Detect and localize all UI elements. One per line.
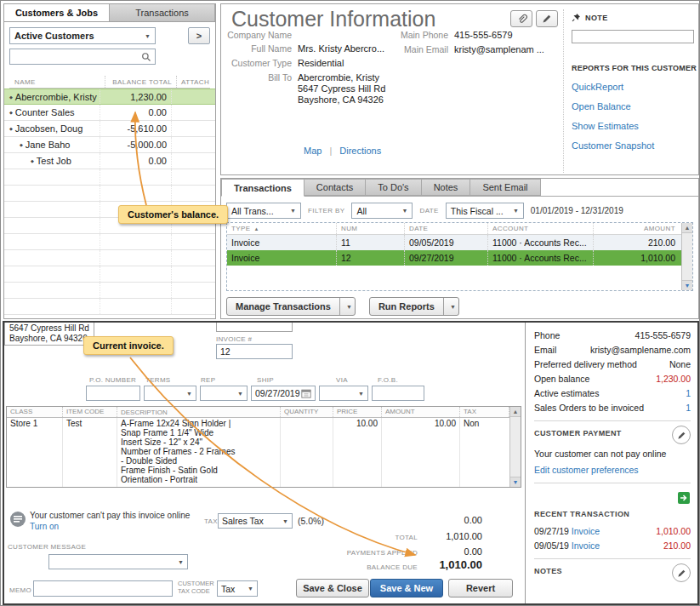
col-account[interactable]: ACCOUNT: [487, 223, 593, 234]
line-item-row[interactable]: Store 1 Test A-Frame 12x24 Sign Holder |…: [7, 418, 509, 487]
note-input[interactable]: [572, 30, 694, 43]
scroll-up-icon[interactable]: ▲: [510, 407, 521, 417]
attach-button[interactable]: [510, 10, 532, 27]
quickreport-link[interactable]: QuickReport: [572, 82, 697, 92]
customer-row-jane-baho[interactable]: ◆Jane Baho -5,000.00: [4, 137, 215, 153]
fob-input[interactable]: [372, 386, 424, 401]
recent-invoice-link[interactable]: Invoice: [572, 526, 600, 536]
description-line: A-Frame 12x24 Sign Holder |: [121, 419, 276, 428]
line-item-tax[interactable]: Non: [460, 418, 509, 487]
col-price-each[interactable]: PRICE EACH: [333, 407, 382, 417]
col-amount[interactable]: AMOUNT: [382, 407, 460, 417]
via-dropdown[interactable]: ▼: [319, 386, 368, 401]
transaction-row-invoice-11[interactable]: Invoice 11 09/05/2019 11000 · Accounts R…: [227, 235, 681, 250]
active-estimates-value[interactable]: 1: [686, 388, 691, 398]
line-items-scrollbar[interactable]: ▲ ▼: [509, 407, 521, 487]
customer-row-counter-sales[interactable]: ◆Counter Sales 0.00: [4, 105, 215, 121]
empty-row: [4, 234, 215, 250]
tab-sent-email[interactable]: Sent Email: [470, 179, 540, 196]
edit-customer-preferences-link[interactable]: Edit customer preferences: [534, 465, 691, 475]
line-item-amount[interactable]: 10.00: [382, 418, 460, 487]
show-filter-dropdown[interactable]: All Trans... ▼: [226, 203, 301, 219]
tab-transactions[interactable]: Transactions: [221, 179, 304, 197]
customer-row-jacobsen[interactable]: ◆Jacobsen, Doug -5,610.00: [4, 121, 215, 137]
col-attach[interactable]: ATTACH: [176, 76, 210, 88]
memo-label: MEMO: [9, 586, 31, 594]
open-balance-link[interactable]: Open Balance: [572, 101, 697, 111]
col-item-code[interactable]: ITEM CODE: [63, 407, 117, 417]
col-date[interactable]: DATE: [404, 223, 487, 234]
manage-transactions-button[interactable]: Manage Transactions ▼: [226, 297, 356, 316]
edit-payment-settings-button[interactable]: [672, 426, 691, 444]
po-number-input[interactable]: [86, 386, 140, 401]
save-close-button[interactable]: Save & Close: [296, 579, 369, 597]
col-class[interactable]: CLASS: [7, 407, 63, 417]
transaction-row-invoice-12[interactable]: Invoice 12 09/27/2019 11000 · Accounts R…: [227, 250, 681, 266]
line-item-quantity[interactable]: [281, 418, 333, 487]
active-customers-dropdown[interactable]: Active Customers ▼: [9, 27, 156, 44]
line-item-description[interactable]: A-Frame 12x24 Sign Holder | Snap Frame 1…: [117, 418, 281, 487]
col-quantity[interactable]: QUANTITY: [281, 407, 333, 417]
filter-by-label: FILTER BY: [308, 207, 344, 214]
tax-dropdown[interactable]: Salres Tax ▼: [218, 513, 293, 529]
col-balance-total[interactable]: BALANCE TOTAL: [105, 76, 176, 88]
invoice-number-input[interactable]: 12: [216, 344, 293, 359]
col-type[interactable]: TYPE ▲: [227, 225, 336, 232]
transactions-scrollbar[interactable]: ▲ ▼: [681, 223, 692, 290]
filter-by-dropdown[interactable]: All ▼: [351, 203, 413, 219]
description-line: Insert Size - 12" x 24": [121, 437, 276, 447]
line-item-code[interactable]: Test: [63, 418, 117, 487]
note-column: NOTE REPORTS FOR THIS CUSTOMER QuickRepo…: [563, 9, 697, 173]
main-email-link[interactable]: kristy@samplenam ...: [454, 44, 544, 55]
save-new-button[interactable]: Save & New: [370, 579, 443, 597]
tab-contacts[interactable]: Contacts: [304, 179, 366, 196]
expand-panel-button[interactable]: >: [188, 27, 210, 44]
scroll-down-icon[interactable]: ▼: [682, 280, 692, 290]
edit-customer-button[interactable]: [536, 10, 558, 27]
sales-orders-value[interactable]: 1: [686, 403, 691, 413]
terms-dropdown[interactable]: ▼: [144, 386, 196, 401]
date-filter-dropdown[interactable]: This Fiscal ... ▼: [446, 203, 524, 219]
ship-date-input[interactable]: 09/27/2019: [251, 386, 316, 401]
tab-todos[interactable]: To Do's: [366, 179, 421, 196]
terms-label: TERMS: [145, 376, 171, 384]
col-name[interactable]: NAME: [9, 78, 105, 86]
customer-row-abercrombie[interactable]: ◆Abercrombie, Kristy 1,230.00: [4, 89, 215, 105]
diamond-icon: ◆: [20, 142, 23, 147]
chevron-down-icon: ▼: [450, 304, 456, 310]
customer-row-test-job[interactable]: ◆Test Job 0.00: [4, 153, 215, 169]
description-line: Frame Finish - Satin Gold: [121, 466, 276, 475]
customer-snapshot-link[interactable]: Customer Snapshot: [572, 140, 697, 151]
directions-link[interactable]: Directions: [339, 146, 381, 156]
recent-date: 09/05/19: [534, 540, 569, 551]
tab-transactions-list[interactable]: Transactions: [110, 4, 215, 21]
rep-dropdown[interactable]: ▼: [200, 386, 248, 401]
col-num[interactable]: NUM: [336, 223, 404, 234]
memo-input[interactable]: [33, 580, 173, 597]
recent-invoice-link[interactable]: Invoice: [572, 540, 600, 551]
line-item-price[interactable]: 10.00: [333, 418, 382, 487]
run-reports-button[interactable]: Run Reports ▼: [369, 297, 459, 316]
map-link[interactable]: Map: [304, 146, 322, 156]
col-tax[interactable]: TAX: [460, 407, 509, 417]
show-estimates-link[interactable]: Show Estimates: [572, 121, 697, 131]
customer-tax-code-dropdown[interactable]: Tax ▼: [217, 580, 258, 597]
col-amount[interactable]: AMOUNT: [593, 223, 681, 234]
turn-on-link[interactable]: Turn on: [30, 522, 59, 531]
scroll-up-icon[interactable]: ▲: [682, 223, 692, 233]
line-item-class[interactable]: Store 1: [7, 418, 63, 487]
receive-payment-icon[interactable]: [677, 491, 691, 505]
revert-button[interactable]: Revert: [448, 579, 513, 597]
col-description[interactable]: DESCRIPTION: [117, 407, 281, 417]
customer-search-input[interactable]: [9, 49, 156, 65]
customer-message-dropdown[interactable]: ▼: [48, 554, 188, 569]
ship-to-box[interactable]: 5647 Cypress Hill Rd Bayshore, CA 94326: [4, 323, 94, 346]
tab-notes[interactable]: Notes: [422, 179, 471, 196]
description-line: Orientation - Portrait: [121, 475, 276, 484]
transaction-date: 09/05/2019: [404, 235, 487, 250]
date-field-clipped[interactable]: [216, 323, 293, 332]
current-invoice-callout: Current invoice.: [83, 336, 174, 355]
edit-notes-button[interactable]: [672, 563, 691, 582]
tab-customers-jobs[interactable]: Customers & Jobs: [4, 4, 110, 21]
scroll-down-icon[interactable]: ▼: [510, 477, 521, 487]
